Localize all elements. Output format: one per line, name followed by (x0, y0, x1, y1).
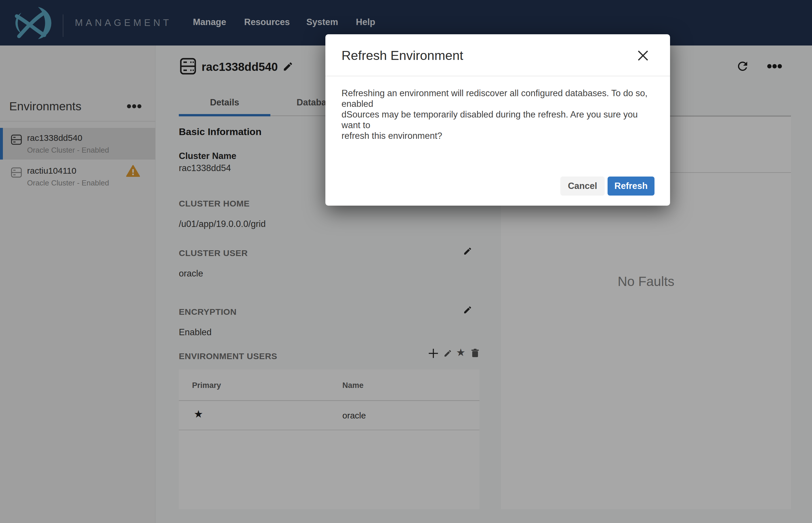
dialog-title: Refresh Environment (342, 48, 463, 63)
dialog-header: Refresh Environment (325, 34, 670, 76)
cancel-button[interactable]: Cancel (560, 177, 605, 196)
refresh-environment-dialog: Refresh Environment Refreshing an enviro… (325, 34, 670, 205)
refresh-button[interactable]: Refresh (608, 177, 654, 196)
dialog-message-line: Refreshing an environment will rediscove… (342, 88, 658, 109)
dialog-message-line: dSources may be temporarily disabled dur… (342, 109, 658, 130)
dialog-message: Refreshing an environment will rediscove… (342, 88, 658, 141)
dialog-message-line: refresh this environment? (342, 130, 658, 141)
close-icon[interactable] (636, 49, 649, 62)
